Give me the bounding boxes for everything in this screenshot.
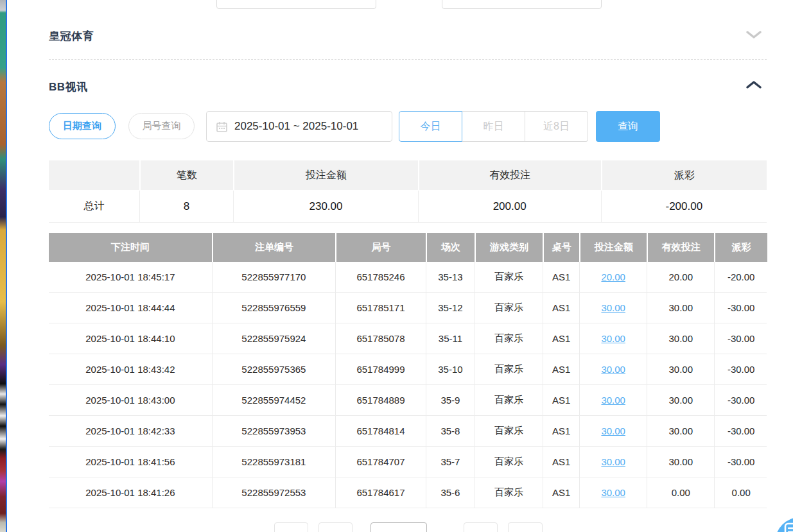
detail-cell: 百家乐 (475, 477, 543, 508)
table-row: 2025-10-01 18:41:26522855972553651784617… (49, 477, 767, 508)
bet-amount-cell: 20.00 (579, 262, 647, 292)
detail-cell: 30.00 (647, 416, 714, 446)
bet-amount-link[interactable]: 30.00 (601, 302, 625, 313)
summary-header-cell (49, 160, 139, 190)
detail-cell: 2025-10-01 18:43:42 (49, 354, 212, 384)
panel-edge-line (6, 0, 7, 532)
detail-header-cell: 有效投注 (647, 233, 714, 262)
detail-cell: 百家乐 (475, 354, 543, 384)
summary-table: 笔数投注金额有效投注派彩 总计8230.00200.00-200.00 (49, 160, 767, 223)
summary-total-cell: 200.00 (418, 191, 601, 222)
summary-total-row: 总计8230.00200.00-200.00 (49, 191, 767, 223)
detail-cell: 0.00 (647, 477, 714, 508)
bet-amount-link[interactable]: 30.00 (601, 425, 625, 436)
top-partial-input-left[interactable] (216, 0, 376, 9)
bet-amount-link[interactable]: 30.00 (601, 487, 625, 498)
bet-amount-link[interactable]: 30.00 (601, 395, 625, 406)
detail-cell: 522855976559 (212, 293, 335, 323)
chevron-down-icon[interactable] (745, 29, 763, 40)
summary-header-cell: 派彩 (601, 160, 767, 190)
document-icon (784, 522, 793, 532)
detail-cell: 651784617 (335, 477, 426, 508)
quick-range-button[interactable]: 今日 (399, 111, 462, 142)
bet-amount-cell: 30.00 (579, 293, 647, 323)
detail-cell: 522855972553 (212, 477, 335, 508)
detail-header-cell: 游戏类别 (475, 233, 543, 262)
detail-cell: 2025-10-01 18:41:56 (49, 447, 212, 477)
detail-cell: -30.00 (714, 354, 767, 384)
detail-cell: -30.00 (714, 416, 767, 446)
detail-cell: 522855977170 (212, 262, 335, 292)
pagination-page-size-select[interactable] (370, 522, 427, 532)
bet-amount-cell: 30.00 (579, 447, 647, 477)
detail-cell: 35-6 (426, 477, 475, 508)
detail-cell: -20.00 (714, 262, 767, 292)
bet-amount-cell: 30.00 (579, 416, 647, 446)
customer-service-fab[interactable] (775, 517, 793, 532)
quick-range-button[interactable]: 近8日 (525, 111, 588, 142)
detail-header-cell: 局号 (335, 233, 426, 262)
top-partial-input-right[interactable] (442, 0, 602, 9)
detail-header-cell: 桌号 (543, 233, 579, 262)
date-range-value: 2025-10-01 ~ 2025-10-01 (234, 120, 358, 133)
bet-amount-cell: 30.00 (579, 477, 647, 508)
detail-cell: -30.00 (714, 385, 767, 415)
detail-cell: 35-11 (426, 323, 475, 354)
detail-cell: 30.00 (647, 354, 714, 384)
pagination-page-button[interactable] (318, 522, 353, 532)
detail-cell: AS1 (543, 477, 579, 508)
records-screen: 皇冠体育 BB视讯 日期查询 局号查询 2025-10-01 ~ 2025-10… (0, 0, 793, 532)
chevron-up-icon[interactable] (745, 79, 763, 90)
bet-amount-cell: 30.00 (579, 323, 647, 354)
detail-table: 下注时间注单编号局号场次游戏类别桌号投注金额有效投注派彩 2025-10-01 … (49, 233, 767, 508)
summary-total-cell: -200.00 (601, 191, 767, 222)
detail-cell: 35-9 (426, 385, 475, 415)
search-button[interactable]: 查询 (596, 111, 660, 142)
pagination-next-button[interactable] (464, 522, 498, 532)
detail-cell: 651784889 (335, 385, 426, 415)
pagination-prev-button[interactable] (274, 522, 308, 532)
detail-cell: AS1 (543, 354, 579, 384)
detail-cell: AS1 (543, 416, 579, 446)
quick-range-group: 今日昨日近8日 (399, 111, 588, 142)
pagination-jump-button[interactable] (508, 522, 543, 532)
bet-amount-cell: 30.00 (579, 385, 647, 415)
detail-cell: 2025-10-01 18:41:26 (49, 477, 212, 508)
detail-cell: 百家乐 (475, 416, 543, 446)
detail-cell: 651785078 (335, 323, 426, 354)
detail-header-cell: 场次 (426, 233, 475, 262)
detail-header-cell: 派彩 (714, 233, 767, 262)
date-query-tab[interactable]: 日期查询 (49, 113, 116, 139)
bet-amount-link[interactable]: 20.00 (601, 271, 625, 282)
summary-header-row: 笔数投注金额有效投注派彩 (49, 160, 767, 190)
detail-cell: 2025-10-01 18:44:44 (49, 293, 212, 323)
detail-cell: 30.00 (647, 323, 714, 354)
detail-cell: 522855974452 (212, 385, 335, 415)
detail-cell: 651784814 (335, 416, 426, 446)
summary-header-cell: 笔数 (139, 160, 233, 190)
detail-cell: 20.00 (647, 262, 714, 292)
detail-cell: AS1 (543, 293, 579, 323)
detail-cell: 651784999 (335, 354, 426, 384)
detail-cell: 651785246 (335, 262, 426, 292)
date-range-picker[interactable]: 2025-10-01 ~ 2025-10-01 (206, 111, 392, 142)
detail-cell: 2025-10-01 18:44:10 (49, 323, 212, 354)
bet-amount-link[interactable]: 30.00 (601, 333, 625, 344)
table-row: 2025-10-01 18:43:00522855974452651784889… (49, 385, 767, 416)
round-query-tab[interactable]: 局号查询 (128, 113, 195, 139)
detail-cell: -30.00 (714, 447, 767, 477)
detail-cell: 35-7 (426, 447, 475, 477)
detail-header-cell: 下注时间 (49, 233, 212, 262)
bet-amount-link[interactable]: 30.00 (601, 456, 625, 467)
detail-body: 2025-10-01 18:45:17522855977170651785246… (49, 262, 767, 508)
detail-cell: 30.00 (647, 385, 714, 415)
summary-total-cell: 8 (139, 191, 233, 222)
detail-cell: 35-13 (426, 262, 475, 292)
bet-amount-link[interactable]: 30.00 (601, 364, 625, 375)
detail-cell: 2025-10-01 18:42:33 (49, 416, 212, 446)
quick-range-button[interactable]: 昨日 (462, 111, 525, 142)
detail-cell: 522855973953 (212, 416, 335, 446)
detail-cell: 522855975924 (212, 323, 335, 354)
summary-total-cell: 230.00 (233, 191, 417, 222)
detail-cell: -30.00 (714, 323, 767, 354)
